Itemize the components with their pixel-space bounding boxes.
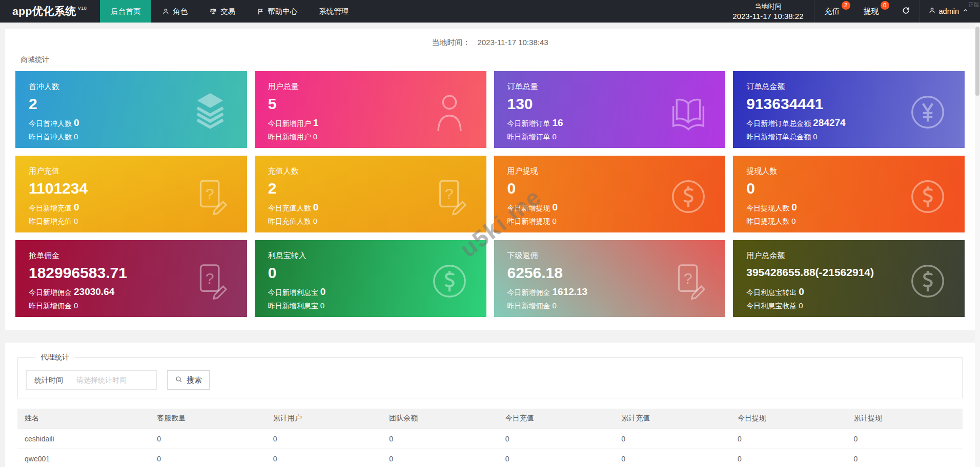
table-cell: ceshidaili	[17, 429, 150, 449]
stat-time-label: 统计时间	[26, 370, 71, 390]
app-title: app优化系统	[12, 4, 76, 18]
table-cell: 0	[730, 429, 847, 449]
agent-legend: 代理统计	[35, 353, 74, 362]
main-menu: 后台首页角色交易帮助中心系统管理	[100, 0, 359, 23]
svg-text:?: ?	[684, 270, 692, 287]
stat-card: 订单总金额913634441今日新增订单总金额284274昨日新增订单总金额0	[733, 71, 965, 148]
table-cell: 0	[150, 429, 266, 449]
table-header-cell: 今日提现	[730, 409, 847, 429]
stat-card: 用户充值1101234今日新增充值0昨日新增充值0?	[15, 156, 247, 232]
scrollbar-thumb[interactable]	[975, 27, 979, 96]
stat-card: 用户总余额395428655.88(-21562914)今日利息宝转出0今日利息…	[733, 240, 965, 317]
menu-item[interactable]: 后台首页	[100, 0, 151, 23]
book-icon	[667, 91, 710, 134]
app-logo[interactable]: app优化系统V18	[0, 0, 100, 23]
stat-card: 用户提现0今日新增提现0昨日新增提现0	[494, 156, 726, 232]
doc-edit-icon: ?	[189, 260, 232, 303]
table-cell: 0	[614, 449, 730, 467]
layers-icon	[189, 91, 232, 134]
menu-item-label: 角色	[173, 7, 188, 16]
menu-item-label: 交易	[220, 7, 235, 16]
scales-icon	[209, 7, 217, 15]
menu-item[interactable]: 角色	[151, 0, 198, 23]
table-header-cell: 姓名	[17, 409, 150, 429]
search-button[interactable]: 搜索	[167, 370, 210, 390]
table-cell: 0	[730, 449, 847, 467]
stat-card: 用户总量5今日新增用户1昨日新增用户0	[255, 71, 486, 148]
yen-circle-icon	[906, 91, 949, 134]
navbar-local-time: 当地时间 2023-11-17 10:38:22	[722, 0, 814, 23]
stat-card: 订单总量130今日新增订单16昨日新增订单0	[494, 71, 726, 148]
app-version: V18	[78, 6, 87, 11]
user-icon	[928, 7, 936, 16]
table-header-cell: 团队余额	[382, 409, 498, 429]
local-time-label: 当地时间	[732, 2, 803, 11]
table-header-cell: 累计充值	[614, 409, 730, 429]
svg-text:?: ?	[205, 185, 214, 202]
stat-time-input[interactable]	[71, 370, 157, 390]
genuine-label: 正版	[968, 1, 979, 9]
user-icon	[162, 8, 170, 15]
stat-card: 利息宝转入0今日新增利息宝0昨日新增利息宝0	[255, 240, 486, 317]
table-cell: 0	[846, 429, 963, 449]
search-button-label: 搜索	[187, 375, 202, 385]
table-cell: 0	[266, 449, 382, 467]
table-cell: 0	[498, 429, 615, 449]
dollar-circle-icon	[906, 260, 949, 303]
table-header-row: 姓名客服数量累计用户团队余额今日充值累计充值今日提现累计提现	[17, 409, 963, 429]
refresh-button[interactable]	[892, 0, 920, 23]
agent-stats-panel: 代理统计 统计时间 搜索 姓名客服数量累计用户团队余额今日充值累计充值今日提现累…	[5, 343, 975, 467]
mall-stats-panel: 当地时间：2023-11-17 10:38:43 商城统计 首冲人数2今日首冲人…	[5, 29, 975, 330]
withdraw-label: 提现	[864, 7, 879, 16]
top-navbar: app优化系统V18 后台首页角色交易帮助中心系统管理 当地时间 2023-11…	[0, 0, 980, 23]
withdraw-button[interactable]: 提现 0	[853, 0, 892, 23]
withdraw-badge: 0	[881, 1, 889, 10]
username: admin	[939, 7, 959, 15]
table-header-cell: 累计提现	[846, 409, 963, 429]
doc-edit-icon: ?	[189, 175, 232, 218]
table-row: qwe0010000000	[17, 449, 963, 467]
section-title-mall-stats: 商城统计	[21, 55, 965, 65]
table-cell: 0	[846, 449, 963, 467]
menu-item[interactable]: 系统管理	[308, 0, 359, 23]
doc-edit-icon: ?	[428, 175, 471, 218]
menu-item[interactable]: 交易	[198, 0, 246, 23]
doc-edit-icon: ?	[667, 260, 710, 303]
stat-card: 提现人数0今日提现人数0昨日提现人数0	[733, 156, 965, 232]
person-icon	[428, 91, 471, 134]
agent-table: 姓名客服数量累计用户团队余额今日充值累计充值今日提现累计提现 ceshidail…	[17, 409, 963, 467]
content-time-label: 当地时间：	[432, 38, 470, 47]
svg-text:?: ?	[444, 185, 453, 202]
table-cell: 0	[498, 449, 615, 467]
table-cell: 0	[382, 449, 498, 467]
content-local-time: 当地时间：2023-11-17 10:38:43	[15, 38, 965, 48]
stat-cards-grid: 首冲人数2今日首冲人数0昨日首冲人数0用户总量5今日新增用户1昨日新增用户0订单…	[15, 71, 965, 317]
content-time-value: 2023-11-17 10:38:43	[477, 38, 548, 47]
dollar-circle-icon	[428, 260, 471, 303]
agent-fieldset: 代理统计 统计时间 搜索	[17, 353, 963, 398]
dollar-circle-icon	[667, 175, 710, 218]
recharge-label: 充值	[825, 7, 840, 16]
menu-item[interactable]: 帮助中心	[246, 0, 308, 23]
table-header-cell: 今日充值	[498, 409, 615, 429]
flag-icon	[257, 8, 264, 15]
table-row: ceshidaili0000000	[17, 429, 963, 449]
recharge-badge: 2	[842, 1, 850, 10]
page-scrollbar[interactable]	[975, 23, 980, 467]
stat-time-group: 统计时间	[26, 370, 157, 390]
table-cell: qwe001	[17, 449, 150, 467]
recharge-button[interactable]: 充值 2	[814, 0, 853, 23]
agent-filter-form: 统计时间 搜索	[26, 370, 954, 390]
dollar-circle-icon	[906, 175, 949, 218]
table-header-cell: 客服数量	[150, 409, 266, 429]
table-cell: 0	[266, 429, 382, 449]
menu-item-label: 后台首页	[111, 7, 140, 16]
svg-text:?: ?	[205, 270, 214, 287]
stat-card: 首冲人数2今日首冲人数0昨日首冲人数0	[15, 71, 247, 148]
stat-card: 抢单佣金182996583.71今日新增佣金23030.64昨日新增佣金0?	[15, 240, 247, 317]
stat-card: 下级返佣6256.18今日新增佣金1612.13昨日新增佣金0?	[494, 240, 726, 317]
table-cell: 0	[382, 429, 498, 449]
search-icon	[175, 375, 183, 385]
local-time-value: 2023-11-17 10:38:22	[732, 11, 803, 21]
table-cell: 0	[614, 429, 730, 449]
